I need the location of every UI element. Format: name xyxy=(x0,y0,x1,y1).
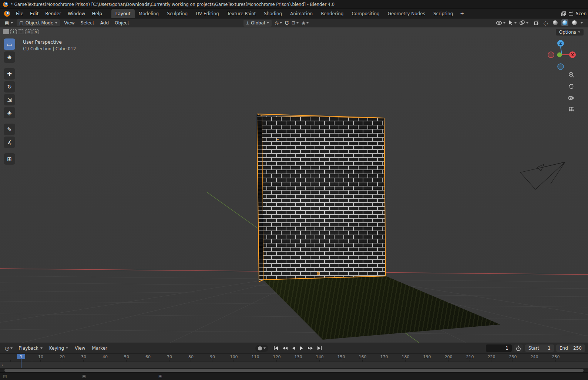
next-keyframe-button[interactable] xyxy=(306,344,315,352)
playhead[interactable]: 1 xyxy=(17,354,25,359)
expand-channels-icon[interactable]: › xyxy=(1,363,3,367)
viewport-menu-item[interactable]: Add xyxy=(97,20,112,26)
start-frame-field[interactable]: Start 1 xyxy=(525,344,554,352)
shading-solid-button[interactable] xyxy=(552,19,559,26)
select-mode-button[interactable]: − xyxy=(18,29,24,34)
ruler-tick-label: 30 xyxy=(73,354,94,359)
proportional-editing-selector[interactable]: ◉ xyxy=(302,21,309,25)
ruler-tick-label: 100 xyxy=(223,354,245,359)
transform-tool[interactable]: ◈ xyxy=(4,107,15,118)
workspace-tab[interactable]: Compositing xyxy=(347,9,383,18)
current-frame-field[interactable]: 1 xyxy=(486,344,512,352)
snap-target-selector[interactable]: ⊡ xyxy=(292,21,299,25)
shading-material-preview-button[interactable] xyxy=(561,19,568,26)
auto-keying-toggle[interactable] xyxy=(255,345,268,352)
magnifier-icon xyxy=(568,71,575,78)
add-workspace-button[interactable]: + xyxy=(457,9,467,18)
menu-item[interactable]: File xyxy=(13,9,27,18)
navigation-gizmo[interactable]: Z X xyxy=(545,37,578,71)
view-layer-icon xyxy=(561,11,566,16)
timeline-menu-item[interactable]: Playback xyxy=(15,346,46,351)
viewport-menu-item[interactable]: View xyxy=(61,20,77,26)
workspace-tab[interactable]: Texture Paint xyxy=(223,9,260,18)
workspace-tab[interactable]: Geometry Nodes xyxy=(384,9,429,18)
gizmos-toggle[interactable] xyxy=(508,20,517,26)
timeline-track-area[interactable]: › xyxy=(0,361,588,368)
workspace-tab[interactable]: Rendering xyxy=(317,9,347,18)
mode-selector[interactable]: ▢ Object Mode xyxy=(17,19,60,26)
previous-keyframe-button[interactable] xyxy=(281,344,289,352)
camera-view-button[interactable] xyxy=(567,94,575,102)
viewport-nav-buttons xyxy=(567,71,575,113)
magnet-icon: Ω xyxy=(285,20,289,26)
editor-type-selector[interactable]: ▤ xyxy=(2,19,16,26)
timeline-editor-type-selector[interactable]: ◷ xyxy=(3,346,14,351)
timeline-menu-item[interactable]: Keying xyxy=(46,346,71,351)
move-tool[interactable]: ✚ xyxy=(4,68,15,80)
orientation-icon: ⟂ xyxy=(246,21,249,25)
timeline-ruler[interactable]: 1020304050607080901001101201301401501601… xyxy=(0,353,588,361)
timeline-header: ◷ Playback Keying View xyxy=(0,343,588,353)
select-mode-button[interactable]: ∩ xyxy=(33,29,39,34)
workspace-tab[interactable]: Layout xyxy=(111,9,135,18)
select-mode-button[interactable]: ◫ xyxy=(25,29,31,34)
select-mode-button[interactable]: + xyxy=(10,29,17,34)
add-cube-tool[interactable]: ⊞ xyxy=(4,153,15,165)
brick-wall-object[interactable] xyxy=(257,112,386,282)
annotate-tool[interactable]: ✎ xyxy=(4,124,15,135)
overlays-toggle[interactable] xyxy=(519,20,528,25)
shading-rendered-button[interactable] xyxy=(571,19,578,26)
viewport-menu-item[interactable]: Select xyxy=(78,20,97,26)
viewport-menu-item[interactable]: Object xyxy=(112,20,132,26)
end-frame-field[interactable]: End 250 xyxy=(556,344,585,352)
scale-tool[interactable]: ⇲ xyxy=(4,94,15,105)
select-box-tool[interactable]: ▭ xyxy=(4,38,15,50)
select-mode-button[interactable] xyxy=(3,29,9,34)
menu-item[interactable]: Edit xyxy=(27,9,42,18)
snap-toggle[interactable]: Ω xyxy=(285,20,289,26)
shading-wireframe-button[interactable]: ◌ xyxy=(542,19,549,26)
viewport-3d[interactable]: +−◫∩ Options User Perspective (1) Collec… xyxy=(0,27,588,343)
workspace-tab[interactable]: Scripting xyxy=(429,9,457,18)
scene-name: Scen xyxy=(576,11,587,16)
chevron-down-icon xyxy=(263,347,266,349)
play-reverse-button[interactable] xyxy=(290,344,297,352)
grid-perspective-icon xyxy=(568,106,575,112)
chevron-down-icon xyxy=(10,347,13,349)
workspace-tab[interactable]: UV Editing xyxy=(192,9,223,18)
menu-item[interactable]: Render xyxy=(42,9,64,18)
zoom-button[interactable] xyxy=(567,71,575,79)
measure-tool[interactable]: ∡ xyxy=(4,137,15,148)
xray-toggle[interactable] xyxy=(534,20,540,26)
use-preview-range-button[interactable] xyxy=(514,344,523,352)
ruler-tick-label: 220 xyxy=(481,354,502,359)
scrollbar-handle[interactable] xyxy=(4,369,584,372)
chevron-down-icon xyxy=(66,347,68,349)
options-button[interactable]: Options xyxy=(556,29,584,36)
jump-to-end-button[interactable] xyxy=(316,344,323,352)
jump-to-start-button[interactable] xyxy=(272,344,280,352)
scene-selector[interactable]: Scen xyxy=(559,9,587,18)
workspace-tab[interactable]: Animation xyxy=(286,9,317,18)
perspective-toggle-button[interactable] xyxy=(567,105,575,113)
transform-orientation-selector[interactable]: ⟂ Global xyxy=(243,20,272,27)
blender-menu-button[interactable] xyxy=(1,9,13,18)
workspace-tab[interactable]: Sculpting xyxy=(163,9,192,18)
timeline-menu-item[interactable]: View xyxy=(71,346,88,351)
pivot-point-selector[interactable]: ◎ xyxy=(275,21,282,25)
rotate-tool[interactable]: ↻ xyxy=(4,81,15,93)
menu-item[interactable]: Window xyxy=(64,9,88,18)
viewport-editor-icon: ▤ xyxy=(5,21,9,25)
cursor-tool[interactable]: ⊕ xyxy=(4,51,15,63)
timeline-menu-item[interactable]: Marker xyxy=(89,346,111,351)
play-button[interactable] xyxy=(298,344,305,352)
workspace-tab[interactable]: Modeling xyxy=(135,9,163,18)
titlebar: * GameTextures(Monochrome Prison) [C:\Us… xyxy=(0,0,588,9)
pan-button[interactable] xyxy=(567,82,575,90)
workspace-tab[interactable]: Shading xyxy=(260,9,286,18)
menu-item[interactable]: Help xyxy=(88,9,105,18)
tool-shelf: ▭⊕✚↻⇲◈✎∡⊞ xyxy=(4,38,15,165)
tool-icon: ⊕ xyxy=(7,54,12,60)
chevron-down-icon xyxy=(514,22,517,24)
visibility-toggle[interactable] xyxy=(496,21,505,25)
